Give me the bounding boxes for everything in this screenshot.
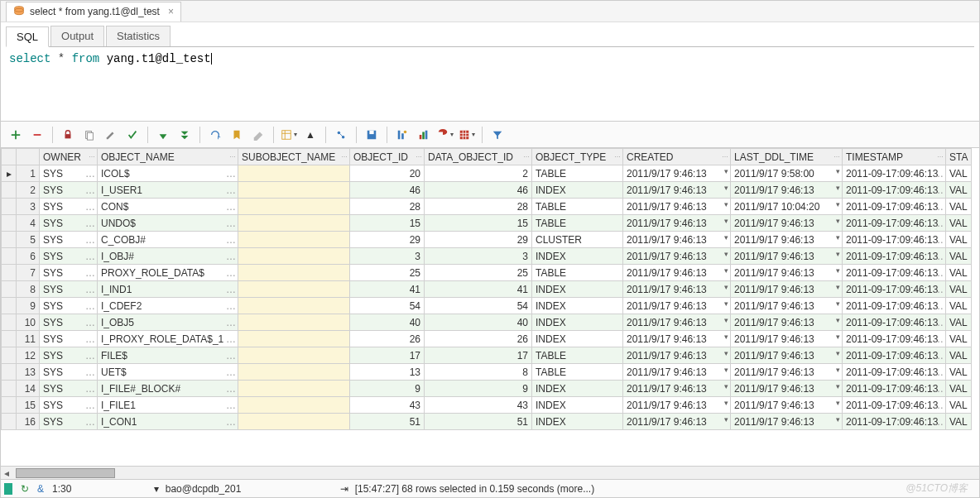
cell-last-ddl[interactable]: 2011/9/17 10:04:20 [731,199,843,215]
cell-object-name[interactable]: UET$ [98,364,238,381]
cell-object-id[interactable]: 25 [350,265,425,281]
cell-subobject-name[interactable] [238,314,350,331]
cell-data-object-id[interactable]: 26 [425,331,532,347]
cell-status[interactable]: VAL [946,199,972,215]
table-row[interactable]: 2SYSI_USER14646INDEX2011/9/17 9:46:13201… [2,182,972,199]
cell-object-name[interactable]: I_PROXY_ROLE_DATA$_1 [98,331,238,347]
cell-data-object-id[interactable]: 15 [425,215,532,232]
cell-object-id[interactable]: 13 [350,364,425,381]
cell-object-id[interactable]: 41 [350,281,425,298]
cell-last-ddl[interactable]: 2011/9/17 9:46:13 [731,265,843,281]
cell-owner[interactable]: SYS [40,215,98,232]
cell-object-id[interactable]: 20 [350,165,425,182]
cell-created[interactable]: 2011/9/17 9:46:13 [623,364,731,381]
close-icon[interactable]: × [168,6,174,17]
cell-object-type[interactable]: INDEX [532,331,623,347]
cell-owner[interactable]: SYS [40,364,98,381]
cell-created[interactable]: 2011/9/17 9:46:13 [623,248,731,265]
clear-button[interactable] [248,125,268,145]
row-marker[interactable] [2,265,17,281]
cell-timestamp[interactable]: 2011-09-17:09:46:13 [843,182,946,199]
cell-subobject-name[interactable] [238,215,350,232]
cell-data-object-id[interactable]: 40 [425,314,532,331]
cell-created[interactable]: 2011/9/17 9:46:13 [623,182,731,199]
rowmark-header[interactable] [2,149,17,165]
cell-object-id[interactable]: 51 [350,414,425,430]
cell-object-id[interactable]: 46 [350,182,425,199]
cell-object-type[interactable]: TABLE [532,165,623,182]
cell-status[interactable]: VAL [946,381,972,397]
cell-object-name[interactable]: I_CDEF2 [98,298,238,314]
cell-object-name[interactable]: I_IND1 [98,281,238,298]
col-owner[interactable]: OWNER… [40,149,98,165]
refresh-button[interactable] [205,125,225,145]
row-marker[interactable] [2,314,17,331]
cell-data-object-id[interactable]: 54 [425,298,532,314]
cell-data-object-id[interactable]: 51 [425,414,532,430]
cell-object-type[interactable]: TABLE [532,215,623,232]
cell-last-ddl[interactable]: 2011/9/17 9:46:13 [731,381,843,397]
lock-button[interactable] [58,125,78,145]
cell-created[interactable]: 2011/9/17 9:46:13 [623,165,731,182]
cell-owner[interactable]: SYS [40,165,98,182]
row-marker[interactable] [2,347,17,364]
status-message[interactable]: ⇥ [15:47:27] 68 rows selected in 0.159 s… [340,483,594,495]
bookmark-button[interactable] [227,125,247,145]
table-row[interactable]: 14SYSI_FILE#_BLOCK#99INDEX2011/9/17 9:46… [2,381,972,397]
cell-timestamp[interactable]: 2011-09-17:09:46:13 [843,364,946,381]
cell-object-type[interactable]: INDEX [532,298,623,314]
cell-timestamp[interactable]: 2011-09-17:09:46:13 [843,199,946,215]
cell-timestamp[interactable]: 2011-09-17:09:46:13 [843,331,946,347]
row-marker[interactable] [2,281,17,298]
row-marker[interactable] [2,248,17,265]
cell-timestamp[interactable]: 2011-09-17:09:46:13 [843,165,946,182]
cell-data-object-id[interactable]: 3 [425,248,532,265]
cell-timestamp[interactable]: 2011-09-17:09:46:13 [843,298,946,314]
copy-button[interactable] [79,125,99,145]
cell-last-ddl[interactable]: 2011/9/17 9:46:13 [731,182,843,199]
cell-object-type[interactable]: CLUSTER [532,232,623,248]
cell-last-ddl[interactable]: 2011/9/17 9:46:13 [731,397,843,414]
row-marker[interactable] [2,397,17,414]
cell-status[interactable]: VAL [946,265,972,281]
horizontal-scrollbar[interactable]: ◂ [1,466,979,479]
cell-subobject-name[interactable] [238,397,350,414]
cell-status[interactable]: VAL [946,298,972,314]
cell-created[interactable]: 2011/9/17 9:46:13 [623,215,731,232]
cell-object-id[interactable]: 29 [350,232,425,248]
cell-created[interactable]: 2011/9/17 9:46:13 [623,265,731,281]
cell-timestamp[interactable]: 2011-09-17:09:46:13 [843,232,946,248]
cell-created[interactable]: 2011/9/17 9:46:13 [623,232,731,248]
row-marker[interactable] [2,381,17,397]
cell-object-name[interactable]: I_OBJ5 [98,314,238,331]
cell-subobject-name[interactable] [238,199,350,215]
cell-object-id[interactable]: 40 [350,314,425,331]
cell-status[interactable]: VAL [946,347,972,364]
cell-object-type[interactable]: TABLE [532,347,623,364]
cell-object-type[interactable]: INDEX [532,414,623,430]
cell-object-name[interactable]: FILE$ [98,347,238,364]
col-object-name[interactable]: OBJECT_NAME… [98,149,238,165]
cell-object-id[interactable]: 9 [350,381,425,397]
cell-timestamp[interactable]: 2011-09-17:09:46:13 [843,248,946,265]
cell-status[interactable]: VAL [946,414,972,430]
cell-created[interactable]: 2011/9/17 9:46:13 [623,414,731,430]
filter-button[interactable] [488,125,507,145]
cell-last-ddl[interactable]: 2011/9/17 9:46:13 [731,414,843,430]
table-row[interactable]: 9SYSI_CDEF25454INDEX2011/9/17 9:46:13201… [2,298,972,314]
cell-subobject-name[interactable] [238,381,350,397]
cell-data-object-id[interactable]: 41 [425,281,532,298]
connection-dropdown[interactable]: ▾ bao@dcpdb_201 [154,483,241,495]
row-marker[interactable] [2,331,17,347]
report-button[interactable] [435,125,455,145]
cell-object-type[interactable]: INDEX [532,182,623,199]
cell-timestamp[interactable]: 2011-09-17:09:46:13 [843,281,946,298]
cell-data-object-id[interactable]: 28 [425,199,532,215]
cell-object-name[interactable]: I_FILE#_BLOCK# [98,381,238,397]
cell-subobject-name[interactable] [238,182,350,199]
table-row[interactable]: 4SYSUNDO$1515TABLE2011/9/17 9:46:132011/… [2,215,972,232]
add-row-button[interactable] [6,125,26,145]
cell-object-name[interactable]: I_CON1 [98,414,238,430]
row-marker[interactable] [2,298,17,314]
cell-object-name[interactable]: CON$ [98,199,238,215]
